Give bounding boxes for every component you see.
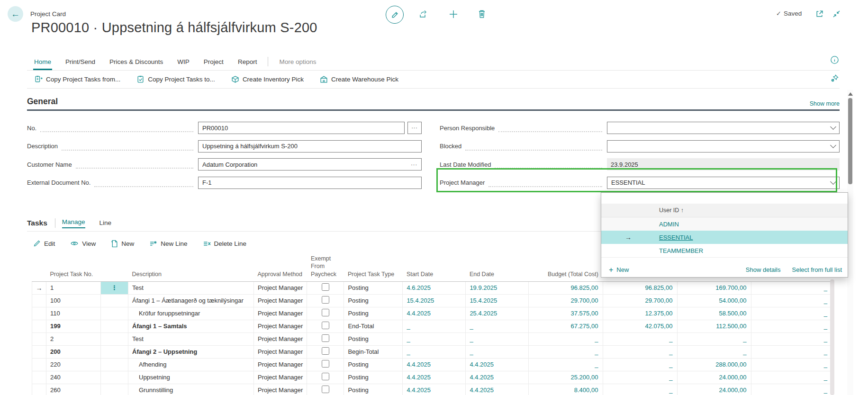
- cell-start-date[interactable]: 4.4.2025: [403, 358, 466, 371]
- cell-description[interactable]: Áfangi 2 – Uppsetning: [128, 345, 254, 358]
- toolbar-delete-line-button[interactable]: Delete Line: [203, 240, 246, 247]
- more-options-button[interactable]: More options: [272, 53, 323, 70]
- lookup-item-admin[interactable]: ADMIN: [601, 217, 848, 231]
- cell-project-task-type[interactable]: Posting: [344, 332, 403, 345]
- person-responsible-select[interactable]: [607, 122, 840, 134]
- cell-end-date[interactable]: 4.4.2025: [466, 371, 529, 384]
- description-input[interactable]: Uppsetning á hálfsjálfvirkum S-200: [198, 140, 422, 153]
- cell-amount-4[interactable]: _: [751, 307, 832, 320]
- col-header-project-task-type[interactable]: Project Task Type: [344, 255, 403, 281]
- exempt-checkbox[interactable]: [322, 296, 329, 304]
- external-document-no-input[interactable]: F-1: [198, 177, 422, 189]
- cell-start-date[interactable]: 15.4.2025: [403, 294, 466, 307]
- cell-budget-total-cost[interactable]: 25.200,00: [529, 371, 603, 384]
- col-header-description[interactable]: Description: [128, 255, 254, 281]
- cell-description[interactable]: Grunnstilling: [128, 384, 254, 395]
- exempt-checkbox[interactable]: [322, 309, 329, 316]
- cell-approval-method[interactable]: Project Manager: [254, 358, 307, 371]
- action-copy-project-tasks-from[interactable]: Copy Project Tasks from...: [35, 75, 120, 83]
- cell-approval-method[interactable]: Project Manager: [254, 307, 307, 320]
- cell-project-task-no[interactable]: 240: [46, 371, 101, 384]
- cell-budget-total-cost[interactable]: 29.700,00: [529, 294, 603, 307]
- project-manager-select[interactable]: ESSENTIAL: [607, 177, 840, 189]
- cell-end-date[interactable]: 25.4.2025: [466, 307, 529, 320]
- cell-amount-4[interactable]: _: [751, 345, 832, 358]
- action-create-inventory-pick[interactable]: Create Inventory Pick: [231, 75, 304, 83]
- cell-approval-method[interactable]: Project Manager: [254, 294, 307, 307]
- cell-project-task-type[interactable]: Posting: [344, 384, 403, 395]
- cell-budget-total-cost[interactable]: _: [529, 358, 603, 371]
- cell-end-date[interactable]: _: [466, 345, 529, 358]
- cell-end-date[interactable]: 15.4.2025: [466, 294, 529, 307]
- cell-project-task-type[interactable]: Posting: [344, 371, 403, 384]
- cell-end-date[interactable]: 4.4.2025: [466, 384, 529, 395]
- page-scrollbar-thumb[interactable]: [848, 98, 852, 184]
- lookup-new-button[interactable]: +New: [609, 266, 629, 274]
- lookup-empty-row[interactable]: [601, 193, 848, 204]
- cell-start-date[interactable]: 4.6.2025: [403, 281, 466, 294]
- cell-start-date[interactable]: _: [403, 345, 466, 358]
- cell-project-task-type[interactable]: End-Total: [344, 320, 403, 332]
- lookup-item-essential[interactable]: →ESSENTIAL: [601, 231, 848, 244]
- toolbar-edit-button[interactable]: Edit: [33, 240, 55, 247]
- share-icon[interactable]: [419, 10, 428, 18]
- tab-print-send[interactable]: Print/Send: [58, 53, 102, 70]
- cell-end-date[interactable]: 4.4.2025: [466, 358, 529, 371]
- blocked-select[interactable]: [607, 140, 840, 153]
- cell-amount-4[interactable]: _: [751, 371, 832, 384]
- cell-description[interactable]: Áfangi 1 – Áætlanagerð og tæknilýsingar: [128, 294, 254, 307]
- cell-project-task-type[interactable]: Posting: [344, 358, 403, 371]
- unpin-icon[interactable]: [831, 74, 839, 82]
- cell-amount-3[interactable]: _: [678, 332, 751, 345]
- col-header-approval-method[interactable]: Approval Method: [254, 255, 307, 281]
- exempt-checkbox[interactable]: [322, 322, 329, 329]
- show-details-link[interactable]: Show details: [746, 266, 781, 273]
- lookup-item-teammember[interactable]: TEAMMEMBER: [601, 244, 848, 257]
- cell-start-date[interactable]: 4.4.2025: [403, 307, 466, 320]
- action-copy-project-tasks-to[interactable]: Copy Project Tasks to...: [136, 75, 215, 83]
- cell-amount-4[interactable]: _: [751, 294, 832, 307]
- cell-amount-3[interactable]: 112.500,00: [678, 320, 751, 332]
- cell-project-task-no[interactable]: 2: [46, 332, 101, 345]
- cell-budget-total-cost[interactable]: 37.575,00: [529, 307, 603, 320]
- cell-amount-4[interactable]: _: [751, 384, 832, 395]
- cell-amount-4[interactable]: _: [751, 320, 832, 332]
- cell-amount-2[interactable]: _: [603, 345, 678, 358]
- cell-amount-2[interactable]: _: [603, 371, 678, 384]
- cell-project-task-no[interactable]: 200: [46, 345, 101, 358]
- cell-project-task-no[interactable]: 199: [46, 320, 101, 332]
- cell-amount-4[interactable]: _: [751, 281, 832, 294]
- cell-end-date[interactable]: 19.9.2025: [466, 281, 529, 294]
- cell-description[interactable]: Uppsetning: [128, 371, 254, 384]
- cell-project-task-type[interactable]: Posting: [344, 281, 403, 294]
- cell-project-task-no[interactable]: 110: [46, 307, 101, 320]
- no-assist-button[interactable]: ...: [407, 122, 422, 134]
- cell-end-date[interactable]: _: [466, 332, 529, 345]
- cell-approval-method[interactable]: Project Manager: [254, 281, 307, 294]
- toolbar-new-line-button[interactable]: New Line: [149, 240, 187, 247]
- back-button[interactable]: ←: [8, 6, 23, 22]
- cell-approval-method[interactable]: Project Manager: [254, 345, 307, 358]
- row-options-ellipsis[interactable]: ⋮: [101, 281, 128, 294]
- tasks-tab-line[interactable]: Line: [99, 219, 112, 228]
- cell-amount-3[interactable]: 288.000,00: [678, 358, 751, 371]
- exempt-checkbox[interactable]: [322, 334, 329, 342]
- exempt-checkbox[interactable]: [322, 347, 329, 355]
- table-scrollbar-thumb[interactable]: [830, 279, 834, 395]
- cell-budget-total-cost[interactable]: 67.275,00: [529, 320, 603, 332]
- cell-amount-2[interactable]: 42.075,00: [603, 320, 678, 332]
- cell-budget-total-cost[interactable]: 96.825,00: [529, 281, 603, 294]
- exempt-checkbox[interactable]: [322, 373, 329, 380]
- tab-report[interactable]: Report: [231, 53, 264, 70]
- cell-amount-2[interactable]: 96.825,00: [603, 281, 678, 294]
- cell-amount-3[interactable]: 169.700,00: [678, 281, 751, 294]
- cell-amount-3[interactable]: 24.000,00: [678, 384, 751, 395]
- scrollbar-up-arrow-icon[interactable]: [848, 92, 853, 96]
- cell-start-date[interactable]: 4.4.2025: [403, 384, 466, 395]
- customer-name-input[interactable]: Adatum Corporation...: [198, 158, 422, 171]
- cell-amount-3[interactable]: 54.000,00: [678, 294, 751, 307]
- cell-amount-2[interactable]: _: [603, 332, 678, 345]
- tab-home[interactable]: Home: [27, 53, 58, 70]
- col-header-start-date[interactable]: Start Date: [403, 255, 466, 281]
- col-header-budget-total-cost[interactable]: Budget (Total Cost): [529, 255, 603, 281]
